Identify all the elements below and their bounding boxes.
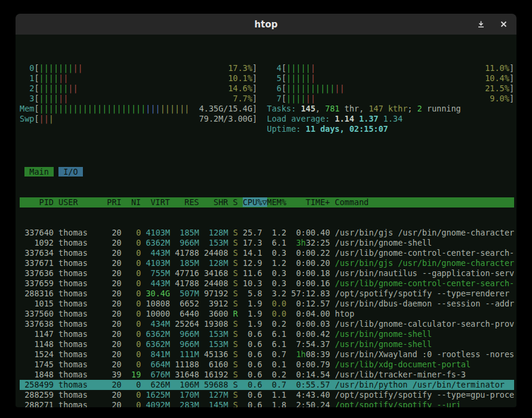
sort-column-cpu[interactable]: CPU%▽	[243, 197, 267, 207]
terminal-window: htop 0[|||||||||17.3%] 4[||||||11.0%]1[|…	[16, 14, 516, 407]
load-average: Load average: 1.14 1.37 1.34	[267, 114, 403, 124]
cell-cpu: 17.3	[243, 238, 262, 247]
process-row[interactable]: 337671 thomas 20 0 4103M 185M 128M S 12.…	[20, 258, 514, 268]
cell-time: 0:00.42	[291, 329, 330, 339]
cell-cpu: 25.7	[243, 228, 262, 237]
cell-pid: 337634	[20, 248, 54, 258]
process-row[interactable]: 1848 thomas 39 19 676M 31648 16192 S 0.6…	[20, 370, 514, 380]
cell-ni: 0	[126, 380, 141, 389]
cell-mem: 0.7	[267, 380, 287, 389]
process-row[interactable]: 1148 thomas 20 0 6362M 966M 153M S 0.6 6…	[20, 339, 514, 349]
window-titlebar[interactable]: htop	[16, 14, 516, 35]
cell-cpu: 0.6	[243, 329, 262, 339]
process-row[interactable]: 337640 thomas 20 0 4103M 185M 128M S 25.…	[20, 228, 514, 238]
cell-res: 966M	[175, 329, 199, 339]
cell-mem: 0.0	[267, 309, 287, 318]
cell-command: /opt/spotify/spotify --type=renderer	[335, 289, 510, 298]
cell-pid: 1848	[20, 370, 54, 379]
cell-mem: 1.8	[267, 400, 287, 407]
meter-label: Mem	[20, 104, 34, 114]
cell-virt: 4103M	[146, 228, 170, 237]
cell-user: thomas	[58, 278, 102, 288]
cell-mem: 0.3	[267, 268, 287, 278]
cell-pid: 1524	[20, 349, 54, 359]
process-row[interactable]: 337659 thomas 20 0 443M 41788 24408 S 10…	[20, 278, 514, 289]
process-row[interactable]: 1092 thomas 20 0 6362M 966M 153M S 17.3 …	[20, 238, 514, 248]
cell-cpu: 1.9	[243, 299, 262, 308]
cell-user: thomas	[58, 390, 102, 400]
cell-mem: 6.1	[267, 339, 287, 349]
meter-ticks-green: ||||||||||	[286, 83, 335, 93]
meter-ticks-green: |||||	[286, 73, 311, 83]
meter-bracket: [	[34, 94, 39, 104]
cell-pri: 20	[107, 380, 121, 389]
cell-cpu: 0.6	[243, 349, 262, 359]
cell-shr: 24408	[204, 248, 228, 258]
meter-ticks-red: ||	[39, 114, 49, 123]
cell-command: /opt/spotify/spotify --uri	[335, 400, 461, 407]
tab-io[interactable]: I/O	[58, 167, 83, 177]
cell-cpu: 0.6	[243, 390, 262, 400]
process-row[interactable]: 288316 thomas 20 0 30.4G 507M 97192 S 5.…	[20, 289, 514, 299]
cell-time-hours: 1h	[291, 349, 305, 359]
cell-s: R	[233, 309, 238, 318]
cell-mem: 6.1	[267, 329, 287, 339]
process-row-selected[interactable]: 258499 thomas 20 0 626M 106M 59688 S 0.6…	[20, 380, 514, 390]
meter-line: 1[||||||10.1%] 5[||||||10.4%]	[20, 73, 514, 83]
process-row[interactable]: 337560 thomas 20 0 10000 6440 3600 R 1.9…	[20, 309, 514, 319]
cell-mem: 1.2	[267, 228, 287, 237]
cell-time: 0:00.22	[291, 248, 330, 258]
cell-user: thomas	[58, 258, 102, 268]
meter-bracket: [	[34, 114, 39, 124]
meter-bar: |||||||||17.3%	[39, 63, 253, 73]
cell-pri: 20	[107, 278, 121, 288]
cell-s: S	[233, 299, 238, 308]
cell-ni: 0	[126, 238, 141, 247]
cell-mem: 0.2	[267, 319, 287, 329]
cell-virt: 676M	[146, 370, 170, 379]
cell-user: thomas	[58, 329, 102, 339]
meter-ticks-red: ||	[335, 83, 344, 93]
cpu-meter-7: 7[||||||9.0%]	[267, 94, 515, 104]
meter-bracket: [	[34, 73, 39, 83]
cell-user: thomas	[58, 370, 102, 379]
meter-bracket: [	[34, 83, 39, 94]
tab-main[interactable]: Main	[24, 167, 54, 177]
cell-pid: 1147	[20, 329, 54, 339]
cell-shr: 153M	[204, 329, 228, 339]
cell-command: /usr/lib/gnome-calculator-search-prov	[335, 319, 515, 329]
cell-virt: 10808	[146, 299, 170, 308]
cell-shr: 45136	[204, 349, 228, 359]
cell-pri: 20	[107, 319, 121, 329]
process-row[interactable]: 1015 thomas 20 0 10808 6652 3912 S 1.9 0…	[20, 299, 514, 309]
cell-ni: 0	[126, 228, 141, 237]
process-row[interactable]: 288259 thomas 20 0 1625M 170M 127M S 0.6…	[20, 390, 514, 400]
meter-ticks-green: ||||||	[39, 83, 69, 93]
meter-bracket: ]	[252, 94, 257, 104]
cell-s: S	[233, 349, 238, 359]
cell-virt: 30.4G	[146, 289, 170, 298]
process-row[interactable]: 337638 thomas 20 0 434M 25264 19308 S 1.…	[20, 319, 514, 329]
cell-user: thomas	[58, 349, 102, 359]
process-row[interactable]: 1524 thomas 20 0 841M 111M 45136 S 0.6 0…	[20, 349, 514, 360]
cpu-meter-1: 1[||||||10.1%]	[20, 73, 257, 83]
cell-ni: 0	[126, 339, 141, 349]
cell-s: S	[233, 380, 238, 389]
meter-ticks-green: ||||||||||||||||||||||	[39, 104, 146, 113]
process-row[interactable]: 1745 thomas 20 0 664M 11188 6160 S 0.6 0…	[20, 360, 514, 370]
process-row[interactable]: 337636 thomas 20 0 755M 47716 34168 S 11…	[20, 268, 514, 278]
meter-ticks-red: |	[311, 73, 316, 83]
process-table-header[interactable]: PID USER PRI NI VIRT RES SHR S CPU%▽MEM%…	[20, 197, 514, 208]
cell-pid: 1148	[20, 339, 54, 349]
cell-time: 0:00.03	[291, 319, 330, 329]
meter-label: 3	[20, 94, 34, 104]
cell-s: S	[233, 400, 238, 407]
process-row[interactable]: 337634 thomas 20 0 443M 41788 24408 S 14…	[20, 248, 514, 258]
process-row[interactable]: 288271 thomas 20 0 4092M 283M 145M S 0.6…	[20, 400, 514, 407]
close-icon[interactable]	[499, 20, 508, 29]
cell-shr: 3912	[204, 299, 228, 308]
cell-mem: 1.1	[267, 390, 287, 400]
process-row[interactable]: 1147 thomas 20 0 6362M 966M 153M S 0.6 6…	[20, 329, 514, 339]
window-title: htop	[16, 19, 516, 30]
group-broadcast-icon[interactable]	[476, 20, 485, 29]
